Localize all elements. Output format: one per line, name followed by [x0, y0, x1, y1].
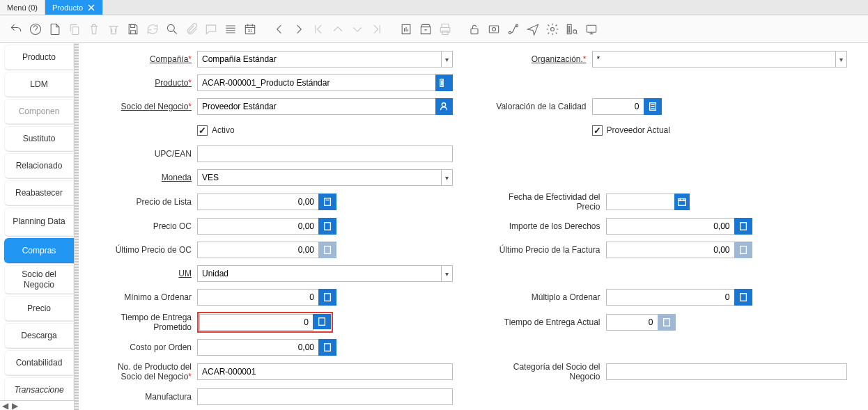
scroll-left-icon[interactable]: ◀ — [0, 401, 10, 411]
svg-point-15 — [551, 27, 555, 31]
refresh-icon[interactable] — [145, 22, 160, 37]
multiplo-ordenar-input[interactable] — [606, 289, 735, 306]
side-tab-ldm[interactable]: LDM — [4, 72, 74, 97]
side-tab-contabilidad[interactable]: Contabilidad — [4, 350, 74, 376]
top-tab-bar: Menú (0) Producto — [0, 0, 868, 15]
calc-button[interactable] — [734, 289, 752, 306]
grid-view-icon[interactable] — [223, 22, 238, 37]
socio-lookup-button[interactable] — [435, 98, 452, 115]
svg-rect-18 — [587, 25, 596, 32]
compania-select[interactable]: Compañía Estándar — [197, 51, 453, 68]
save-icon[interactable] — [125, 22, 141, 37]
calc-button[interactable] — [658, 314, 676, 331]
copy-icon[interactable] — [67, 22, 82, 37]
delete-all-icon[interactable] — [106, 22, 121, 37]
calc-button[interactable] — [318, 242, 336, 258]
report-icon[interactable] — [398, 22, 414, 37]
nav-next-icon[interactable] — [291, 22, 307, 37]
side-tab-transacciones[interactable]: Transaccione — [4, 377, 74, 400]
calc-button[interactable] — [644, 98, 662, 115]
nav-first-icon[interactable] — [311, 22, 326, 37]
calendar-button[interactable] — [674, 194, 689, 210]
calendar-icon[interactable]: 31 — [242, 22, 258, 37]
side-tab-planning-data[interactable]: Planning Data — [4, 207, 74, 237]
producto-input[interactable] — [197, 74, 436, 91]
fecha-efectividad-input[interactable] — [606, 194, 676, 210]
ultimo-precio-factura-input[interactable] — [606, 242, 735, 258]
moneda-select[interactable]: VES — [197, 169, 453, 186]
producto-lookup-button[interactable] — [435, 74, 452, 91]
calc-button[interactable] — [318, 289, 336, 306]
activo-checkbox[interactable]: Activo — [197, 125, 235, 136]
organizacion-select[interactable]: * — [592, 51, 848, 68]
highlighted-field — [197, 312, 333, 333]
side-tab-label: Relacionado — [16, 161, 63, 171]
costo-orden-input[interactable] — [197, 339, 319, 356]
tiempo-entrega-prometido-input[interactable] — [199, 314, 313, 331]
nav-up-icon[interactable] — [330, 22, 346, 37]
valoracion-calidad-input[interactable] — [592, 98, 644, 115]
send-icon[interactable] — [525, 22, 541, 37]
side-tab-relacionado[interactable]: Relacionado — [4, 153, 74, 179]
calc-button[interactable] — [318, 339, 336, 356]
archive-icon[interactable] — [418, 22, 433, 37]
side-tab-socio-negocio[interactable]: Socio del Negocio — [4, 265, 74, 294]
side-tab-label: Componen — [19, 107, 60, 116]
scroll-right-icon[interactable]: ▶ — [10, 401, 20, 411]
label-precio-oc: Precio OC — [100, 221, 197, 231]
side-tab-reabastecer[interactable]: Reabastecer — [4, 180, 74, 206]
nav-prev-icon[interactable] — [272, 22, 287, 37]
importe-derechos-input[interactable] — [606, 218, 735, 235]
gear-icon[interactable] — [545, 22, 560, 37]
precio-oc-input[interactable] — [197, 218, 319, 235]
nav-last-icon[interactable] — [369, 22, 385, 37]
label-ultimo-precio-factura: Último Precio de la Factura — [495, 245, 606, 255]
print-icon[interactable] — [437, 22, 453, 37]
lock-icon[interactable] — [467, 22, 482, 37]
minimo-ordenar-input[interactable] — [197, 289, 319, 306]
calc-button[interactable] — [734, 242, 752, 258]
calc-button[interactable] — [734, 218, 752, 235]
svg-point-12 — [493, 27, 496, 31]
precio-lista-input[interactable] — [197, 194, 319, 210]
workflow-icon[interactable] — [506, 22, 521, 37]
chat-icon[interactable] — [203, 22, 219, 37]
close-icon[interactable] — [87, 3, 95, 12]
um-select[interactable]: Unidad — [197, 265, 453, 282]
tiempo-entrega-actual-input[interactable] — [606, 314, 658, 331]
help-icon[interactable] — [28, 22, 43, 37]
side-tab-precio[interactable]: Precio — [4, 296, 74, 322]
tab-producto[interactable]: Producto — [45, 0, 103, 15]
side-tab-descarga[interactable]: Descarga — [4, 323, 74, 349]
ultimo-precio-oc-input[interactable] — [197, 242, 319, 258]
new-icon[interactable] — [47, 22, 63, 37]
product-info-icon[interactable] — [564, 22, 580, 37]
svg-rect-27 — [740, 246, 746, 254]
undo-icon[interactable] — [8, 22, 24, 37]
label-producto: Producto* — [100, 78, 197, 88]
svg-rect-7 — [442, 24, 449, 27]
tab-menu[interactable]: Menú (0) — [0, 0, 45, 15]
manufactura-input[interactable] — [197, 388, 453, 405]
zoom-icon[interactable] — [486, 22, 502, 37]
main-area: Producto LDM Componen Sustituto Relacion… — [0, 43, 868, 410]
calc-button[interactable] — [313, 314, 331, 329]
nav-down-icon[interactable] — [350, 22, 365, 37]
proveedor-actual-checkbox[interactable]: Proveedor Actual — [592, 125, 670, 136]
attachment-icon[interactable] — [184, 22, 199, 37]
search-icon[interactable] — [164, 22, 180, 37]
side-tab-producto[interactable]: Producto — [4, 45, 74, 70]
calc-button[interactable] — [318, 194, 336, 210]
side-tab-componentes[interactable]: Componen — [4, 99, 74, 125]
side-tab-compras[interactable]: Compras — [4, 238, 74, 264]
categoria-socio-input[interactable] — [606, 363, 848, 380]
calc-button[interactable] — [318, 218, 336, 235]
screen-icon[interactable] — [584, 22, 599, 37]
socio-negocio-input[interactable] — [197, 98, 436, 115]
label-importe-derechos: Importe de los Derechos — [495, 221, 606, 231]
side-tab-sustituto[interactable]: Sustituto — [4, 126, 74, 152]
delete-icon[interactable] — [86, 22, 102, 37]
sidebar: Producto LDM Componen Sustituto Relacion… — [0, 43, 75, 410]
no-producto-socio-input[interactable] — [197, 363, 453, 380]
upc-ean-input[interactable] — [197, 145, 453, 162]
